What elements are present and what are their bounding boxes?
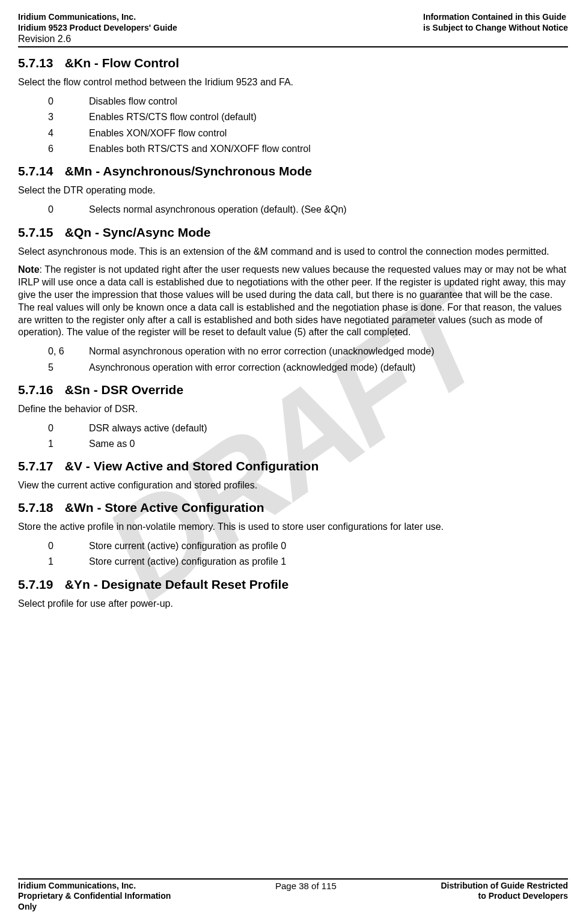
option-key: 0 [48,203,89,216]
section-intro: Store the active profile in non-volatile… [18,521,568,533]
section-heading: 5.7.13 &Kn - Flow Control [18,56,568,70]
section-intro: Select the flow control method between t… [18,76,568,89]
footer-distribution-line2: to Product Developers [441,891,568,902]
option-key: 5 [48,361,89,374]
page-footer: Iridium Communications, Inc. Proprietary… [18,878,568,913]
option-value: Store current (active) configuration as … [89,555,568,568]
option-row: 4Enables XON/XOFF flow control [48,127,568,140]
option-key: 0 [48,540,89,553]
note-text: : The register is not updated right afte… [18,264,566,337]
section-number: 5.7.18 [18,500,61,515]
section-title: &Yn - Designate Default Reset Profile [65,577,288,591]
option-value: Normal asynchronous operation with no er… [89,345,568,358]
section-heading: 5.7.15 &Qn - Sync/Async Mode [18,225,568,240]
option-key: 0, 6 [48,345,89,358]
option-row: 0DSR always active (default) [48,422,568,435]
option-key: 1 [48,437,89,451]
section-intro: Select profile for use after power-up. [18,598,568,610]
header-left: Iridium Communications, Inc. Iridium 952… [18,12,177,45]
option-key: 3 [48,111,89,124]
footer-right: Distribution of Guide Restricted to Prod… [441,881,568,902]
section-title: &Qn - Sync/Async Mode [65,225,211,239]
section-number: 5.7.13 [18,56,61,70]
option-key: 4 [48,127,89,140]
section-heading: 5.7.18 &Wn - Store Active Configuration [18,500,568,515]
header-info-line2: is Subject to Change Without Notice [423,23,568,34]
header-revision: Revision 2.6 [18,33,177,45]
footer-confidential: Proprietary & Confidential Information [18,891,171,902]
section-number: 5.7.15 [18,225,61,240]
footer-only: Only [18,902,171,913]
header-company: Iridium Communications, Inc. [18,12,177,23]
option-row: 0, 6Normal asynchronous operation with n… [48,345,568,358]
section-note: Note: The register is not updated right … [18,264,568,339]
page-content: Iridium Communications, Inc. Iridium 952… [18,12,568,610]
note-label: Note [18,264,40,275]
section-intro: Select asynchronous mode. This is an ext… [18,246,568,258]
section-intro: Select the DTR operating mode. [18,184,568,197]
section-title: &Mn - Asynchronous/Synchronous Mode [65,164,312,178]
option-key: 0 [48,95,89,108]
section-number: 5.7.19 [18,577,61,592]
section-heading: 5.7.16 &Sn - DSR Override [18,383,568,397]
option-row: 1Store current (active) configuration as… [48,555,568,568]
page-header: Iridium Communications, Inc. Iridium 952… [18,12,568,47]
option-value: Asynchronous operation with error correc… [89,361,568,374]
section-number: 5.7.16 [18,383,61,397]
header-right: Information Contained in this Guide is S… [423,12,568,45]
option-value: Enables XON/XOFF flow control [89,127,568,140]
option-value: Disables flow control [89,95,568,108]
option-row: 1Same as 0 [48,437,568,451]
section-title: &Sn - DSR Override [65,383,183,397]
section-heading: 5.7.17 &V - View Active and Stored Confi… [18,459,568,473]
option-value: Enables RTS/CTS flow control (default) [89,111,568,124]
footer-page-number: Page 38 of 115 [275,881,337,891]
option-key: 0 [48,422,89,435]
footer-left: Iridium Communications, Inc. Proprietary… [18,881,171,913]
option-value: Selects normal asynchronous operation (d… [89,203,568,216]
section-number: 5.7.14 [18,164,61,178]
section-title: &Wn - Store Active Configuration [65,500,264,514]
section-intro: Define the behavior of DSR. [18,403,568,416]
option-row: 0Selects normal asynchronous operation (… [48,203,568,216]
option-row: 0Disables flow control [48,95,568,108]
option-value: Same as 0 [89,437,568,451]
section-title: &Kn - Flow Control [65,56,179,70]
footer-distribution-line1: Distribution of Guide Restricted [441,881,568,892]
section-heading: 5.7.14 &Mn - Asynchronous/Synchronous Mo… [18,164,568,178]
header-info-line1: Information Contained in this Guide [423,12,568,23]
option-row: 0Store current (active) configuration as… [48,540,568,553]
section-intro: View the current active configuration an… [18,479,568,492]
option-value: Store current (active) configuration as … [89,540,568,553]
section-title: &V - View Active and Stored Configuratio… [65,459,319,473]
option-key: 6 [48,142,89,156]
option-value: Enables both RTS/CTS and XON/XOFF flow c… [89,142,568,156]
footer-company: Iridium Communications, Inc. [18,881,171,892]
option-row: 6Enables both RTS/CTS and XON/XOFF flow … [48,142,568,156]
section-number: 5.7.17 [18,459,61,473]
option-row: 3Enables RTS/CTS flow control (default) [48,111,568,124]
header-guide-title: Iridium 9523 Product Developers' Guide [18,23,177,34]
option-key: 1 [48,555,89,568]
section-heading: 5.7.19 &Yn - Designate Default Reset Pro… [18,577,568,592]
option-row: 5Asynchronous operation with error corre… [48,361,568,374]
option-value: DSR always active (default) [89,422,568,435]
